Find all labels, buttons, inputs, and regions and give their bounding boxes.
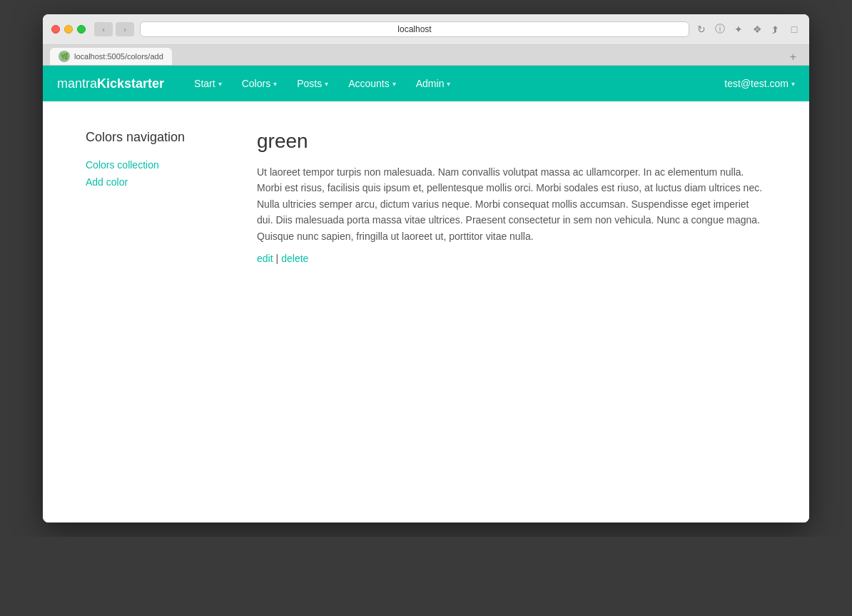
delete-link[interactable]: delete: [281, 253, 308, 264]
new-tab-button[interactable]: +: [784, 49, 802, 65]
brand-prefix: mantra: [57, 76, 97, 91]
nav-item-admin[interactable]: Admin ▾: [407, 72, 460, 95]
user-dropdown-arrow: ▾: [791, 80, 795, 88]
toolbar-right: ⮭ □: [769, 23, 801, 36]
active-tab[interactable]: 🌿 localhost:5005/colors/add: [50, 48, 172, 65]
navbar: mantraKickstarter Start ▾ Colors ▾ Posts…: [43, 66, 809, 101]
nav-colors-arrow: ▾: [273, 80, 277, 88]
close-button[interactable]: [51, 25, 60, 34]
content-area: green Ut laoreet tempor turpis non males…: [257, 130, 766, 264]
tab-favicon: 🌿: [59, 51, 70, 62]
nav-posts-arrow: ▾: [325, 80, 328, 88]
content-title: green: [257, 130, 766, 153]
maximize-button[interactable]: [77, 25, 86, 34]
sidebar-title: Colors navigation: [86, 130, 228, 145]
nav-buttons: ‹ ›: [94, 22, 134, 36]
nav-accounts-label: Accounts: [348, 78, 390, 89]
brand-logo[interactable]: mantraKickstarter: [57, 76, 164, 91]
browser-icons: ↻ ⓘ ✦ ❖: [695, 23, 764, 36]
new-tab-icon[interactable]: □: [788, 23, 801, 36]
extensions-icon[interactable]: ✦: [732, 23, 745, 36]
tab-bar: 🌿 localhost:5005/colors/add +: [43, 45, 809, 66]
nav-start-arrow: ▾: [218, 80, 222, 88]
app-content: mantraKickstarter Start ▾ Colors ▾ Posts…: [43, 66, 809, 522]
edit-link[interactable]: edit: [257, 253, 273, 264]
navbar-nav: Start ▾ Colors ▾ Posts ▾ Accounts ▾ Admi…: [186, 72, 724, 95]
minimize-button[interactable]: [64, 25, 73, 34]
action-separator: |: [273, 253, 282, 264]
nav-admin-label: Admin: [416, 78, 445, 89]
sidebar-link-colors-collection[interactable]: Colors collection: [86, 159, 228, 171]
navbar-user[interactable]: test@test.com ▾: [724, 78, 795, 89]
sidebar-nav: Colors collection Add color: [86, 159, 228, 188]
nav-start-label: Start: [194, 78, 215, 89]
nav-colors-label: Colors: [242, 78, 270, 89]
nav-accounts-arrow: ▾: [392, 80, 396, 88]
sidebar: Colors navigation Colors collection Add …: [86, 130, 228, 264]
browser-window: ‹ › localhost ↻ ⓘ ✦ ❖ ⮭ □ 🌿 localhost:50…: [43, 14, 809, 522]
address-bar[interactable]: localhost: [140, 21, 689, 37]
nav-item-start[interactable]: Start ▾: [186, 72, 230, 95]
content-body: Ut laoreet tempor turpis non malesuada. …: [257, 164, 766, 244]
refresh-icon[interactable]: ↻: [695, 23, 708, 36]
pocket-icon[interactable]: ❖: [751, 23, 764, 36]
nav-posts-label: Posts: [297, 78, 322, 89]
back-button[interactable]: ‹: [94, 22, 113, 36]
tab-url: localhost:5005/colors/add: [74, 52, 163, 61]
main-container: Colors navigation Colors collection Add …: [43, 101, 809, 293]
info-icon[interactable]: ⓘ: [714, 23, 726, 36]
share-icon[interactable]: ⮭: [769, 23, 782, 36]
nav-item-colors[interactable]: Colors ▾: [233, 72, 285, 95]
traffic-lights: [51, 25, 86, 34]
content-actions: edit | delete: [257, 253, 766, 264]
forward-button[interactable]: ›: [116, 22, 134, 36]
nav-item-accounts[interactable]: Accounts ▾: [340, 72, 405, 95]
nav-admin-arrow: ▾: [447, 80, 450, 88]
nav-item-posts[interactable]: Posts ▾: [288, 72, 337, 95]
sidebar-link-add-color[interactable]: Add color: [86, 176, 228, 188]
user-email: test@test.com: [724, 78, 788, 89]
address-bar-container: localhost: [140, 21, 689, 37]
browser-titlebar: ‹ › localhost ↻ ⓘ ✦ ❖ ⮭ □: [43, 14, 809, 45]
brand-suffix: Kickstarter: [97, 76, 164, 91]
